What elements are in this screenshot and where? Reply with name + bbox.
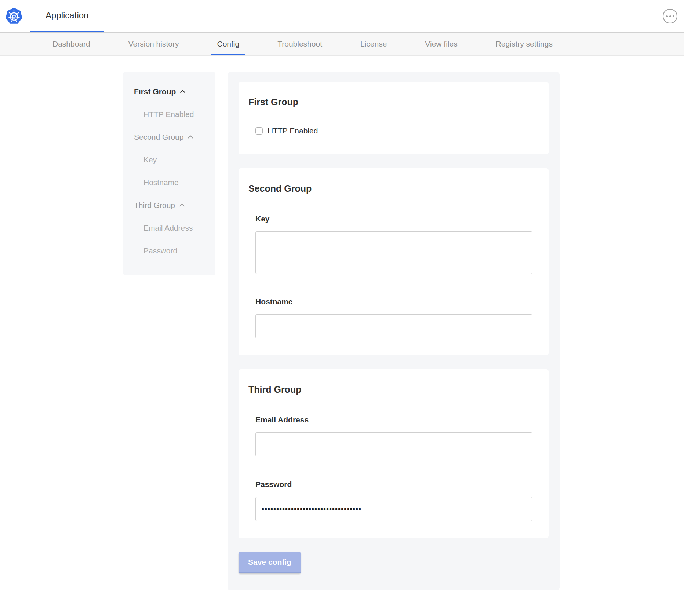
config-group-third: Third Group Email Address Password <box>239 369 549 538</box>
password-field: Password <box>255 480 532 521</box>
sidebar-item-hostname[interactable]: Hostname <box>134 178 210 187</box>
key-field: Key <box>255 214 532 274</box>
sidebar-item-third-group[interactable]: Third Group <box>134 201 210 210</box>
http-enabled-field: HTTP Enabled <box>255 126 532 135</box>
sidebar-item-http-enabled[interactable]: HTTP Enabled <box>134 110 210 119</box>
tab-troubleshoot[interactable]: Troubleshoot <box>272 33 328 55</box>
tab-version-history[interactable]: Version history <box>123 33 185 55</box>
config-sidebar: First Group HTTP Enabled Second Group Ke… <box>123 72 215 275</box>
sidebar-item-key[interactable]: Key <box>134 155 210 164</box>
hostname-input[interactable] <box>255 314 532 338</box>
config-group-second: Second Group Key Hostname <box>239 168 549 355</box>
chevron-up-icon <box>187 134 194 140</box>
config-navbar: Dashboard Version history Config Trouble… <box>0 32 684 56</box>
config-group-first: First Group HTTP Enabled <box>239 82 549 154</box>
ellipsis-icon <box>666 15 668 17</box>
password-label: Password <box>255 480 532 489</box>
email-input[interactable] <box>255 432 532 456</box>
app-header: Application <box>0 0 684 32</box>
tab-license[interactable]: License <box>355 33 392 55</box>
checkbox-label[interactable]: HTTP Enabled <box>268 126 318 135</box>
tab-registry-settings[interactable]: Registry settings <box>490 33 558 55</box>
email-label: Email Address <box>255 415 532 424</box>
sidebar-item-first-group[interactable]: First Group <box>134 87 210 96</box>
ellipsis-menu-button[interactable] <box>663 9 677 23</box>
save-config-button[interactable]: Save config <box>239 552 301 573</box>
http-enabled-checkbox[interactable] <box>255 127 263 135</box>
key-textarea[interactable] <box>255 231 532 274</box>
sidebar-item-password[interactable]: Password <box>134 246 210 255</box>
email-field: Email Address <box>255 415 532 456</box>
config-content: First Group HTTP Enabled Second Group Ke… <box>0 72 684 611</box>
group-title: Third Group <box>248 384 532 395</box>
sidebar-item-email-address[interactable]: Email Address <box>134 224 210 232</box>
chevron-up-icon <box>179 88 186 95</box>
hostname-label: Hostname <box>255 297 532 306</box>
tab-config[interactable]: Config <box>211 33 245 55</box>
tab-dashboard[interactable]: Dashboard <box>47 33 96 55</box>
tab-view-files[interactable]: View files <box>419 33 463 55</box>
password-input[interactable] <box>255 497 532 521</box>
group-title: First Group <box>248 96 532 107</box>
tab-application[interactable]: Application <box>30 0 104 32</box>
hostname-field: Hostname <box>255 297 532 338</box>
kubernetes-logo <box>5 0 23 32</box>
sidebar-item-second-group[interactable]: Second Group <box>134 133 210 142</box>
key-label: Key <box>255 214 532 223</box>
config-panel: First Group HTTP Enabled Second Group Ke… <box>228 72 560 590</box>
group-title: Second Group <box>248 183 532 194</box>
chevron-up-icon <box>179 202 185 209</box>
